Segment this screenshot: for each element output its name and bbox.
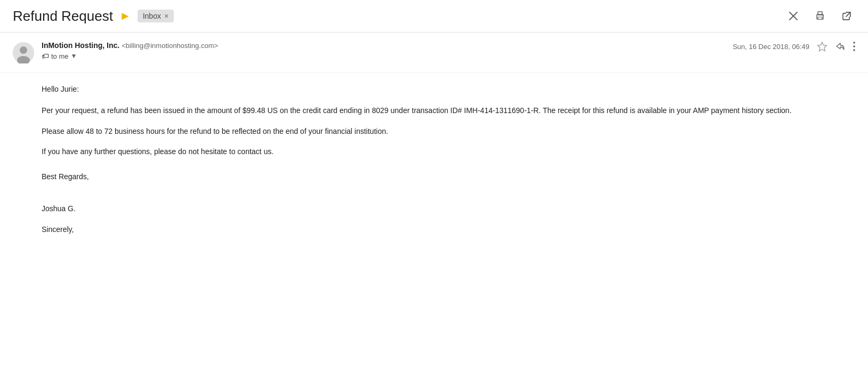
email-signature: Best Regards, Joshua G. Sincerely, — [42, 171, 855, 236]
close-button[interactable] — [785, 7, 802, 25]
svg-point-5 — [822, 15, 823, 17]
to-text: to me — [51, 52, 69, 60]
email-subject: Refund Request — [13, 8, 113, 25]
svg-line-6 — [846, 12, 850, 17]
email-body: Hello Jurie: Per your request, a refund … — [0, 73, 868, 254]
email-closing: Best Regards, — [42, 171, 855, 182]
email-sig-name: Joshua G. — [42, 203, 855, 214]
svg-marker-10 — [818, 42, 827, 51]
sender-email: <billing@inmotionhosting.com> — [122, 42, 218, 50]
to-row: 🏷 to me ▼ — [42, 52, 733, 60]
sender-info: InMotion Hosting, Inc. <billing@inmotion… — [42, 41, 733, 60]
header-actions — [785, 7, 855, 25]
email-paragraph-1: Per your request, a refund has been issu… — [42, 105, 855, 116]
email-meta: InMotion Hosting, Inc. <billing@inmotion… — [0, 33, 868, 73]
forward-arrow-icon: ► — [119, 9, 131, 23]
to-dropdown-arrow[interactable]: ▼ — [71, 52, 77, 60]
email-paragraph-3: If you have any further questions, pleas… — [42, 146, 855, 157]
svg-point-11 — [853, 42, 855, 44]
label-icon: 🏷 — [42, 52, 49, 60]
sender-name: InMotion Hosting, Inc. — [42, 41, 119, 50]
svg-point-13 — [853, 49, 855, 51]
email-sig-title: Sincerely, — [42, 223, 855, 235]
sender-avatar — [13, 42, 34, 63]
email-container: Refund Request ► Inbox × — [0, 0, 868, 254]
email-header: Refund Request ► Inbox × — [0, 0, 868, 33]
svg-point-8 — [20, 46, 27, 54]
inbox-tag: Inbox × — [138, 10, 174, 22]
more-options-button[interactable] — [853, 42, 855, 51]
email-date: Sun, 16 Dec 2018, 06:49 — [733, 43, 809, 51]
email-paragraph-2: Please allow 48 to 72 business hours for… — [42, 125, 855, 137]
reply-button[interactable] — [835, 41, 846, 52]
svg-point-12 — [853, 45, 855, 47]
svg-rect-4 — [818, 17, 822, 19]
email-meta-right: Sun, 16 Dec 2018, 06:49 — [733, 41, 855, 52]
star-button[interactable] — [817, 41, 827, 52]
sender-name-row: InMotion Hosting, Inc. <billing@inmotion… — [42, 41, 733, 50]
email-greeting: Hello Jurie: — [42, 83, 855, 95]
inbox-tag-close-button[interactable]: × — [164, 12, 168, 20]
inbox-tag-label: Inbox — [143, 12, 161, 20]
open-new-window-button[interactable] — [838, 7, 855, 25]
print-button[interactable] — [811, 7, 829, 25]
